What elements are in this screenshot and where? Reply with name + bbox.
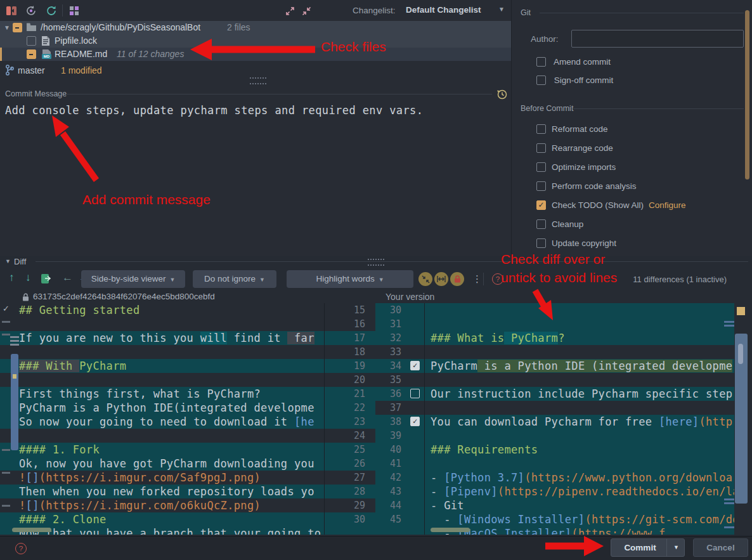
- changelist-dropdown[interactable]: Default Changelist: [406, 5, 481, 15]
- checkbox[interactable]: [536, 219, 546, 229]
- pycharm-commit-dialog: Changelist: Default Changelist ▼ ▼ /home…: [0, 0, 752, 560]
- file-checkbox[interactable]: [27, 36, 36, 46]
- diff-row: #### 1. Fork2540### Requirements: [0, 443, 752, 457]
- diff-row: Now that you have a branch that your goi…: [0, 526, 752, 535]
- stripe-marker: [737, 307, 745, 315]
- diff-body[interactable]: ## Getting started15301631If you are new…: [0, 303, 752, 536]
- section-divider: [66, 94, 492, 94]
- checkbox[interactable]: [536, 143, 546, 153]
- checkbox-label: Sign-off commit: [554, 75, 614, 85]
- tree-row-file[interactable]: Pipfile.lock: [0, 34, 511, 48]
- group-by-icon[interactable]: [68, 5, 80, 16]
- diff-row: 2035: [0, 373, 752, 387]
- before-commit-option[interactable]: Rearrange code: [536, 139, 686, 158]
- commit-button[interactable]: Commit ▼: [611, 538, 685, 557]
- checkbox[interactable]: [536, 238, 546, 248]
- tree-row-file-selected[interactable]: MD README.md 11 of 12 changes: [0, 48, 511, 61]
- diff-headers: 631735c2def4264b384f62076e4ec5bd800cebfd…: [0, 290, 752, 303]
- checkbox[interactable]: [536, 124, 546, 134]
- diff-row: So now your going to need to download it…: [0, 415, 752, 429]
- file-checkbox[interactable]: [27, 49, 36, 59]
- root-checkbox[interactable]: [13, 23, 22, 32]
- commit-icon[interactable]: [6, 5, 17, 16]
- checkbox-label: Reformat code: [552, 124, 608, 134]
- cancel-button[interactable]: Cancel: [693, 538, 748, 557]
- next-difference-icon[interactable]: ↓: [25, 271, 31, 284]
- branch-name[interactable]: master: [18, 65, 45, 75]
- before-commit-option[interactable]: Perform code analysis: [536, 177, 686, 196]
- splitter-grip[interactable]: [368, 259, 384, 266]
- disable-editing-icon[interactable]: [450, 272, 464, 286]
- checkbox[interactable]: [536, 75, 546, 85]
- amend-commit-option[interactable]: Amend commit: [536, 53, 611, 72]
- before-commit-option[interactable]: Update copyright: [536, 234, 686, 253]
- chevron-down-icon[interactable]: ▼: [498, 6, 505, 13]
- diff-row: #### 2. Clone3045 - [Windows Installer](…: [0, 512, 752, 526]
- chevron-down-icon: ▼: [259, 277, 265, 283]
- jump-to-source-icon[interactable]: [41, 273, 51, 284]
- lock-icon: [22, 293, 29, 301]
- diff-row: Then when you new forked repository load…: [0, 485, 752, 498]
- commit-message-input[interactable]: Add console steps, update pycharm steps …: [5, 104, 500, 117]
- signoff-commit-option[interactable]: Sign-off commit: [536, 71, 613, 90]
- whitespace-dropdown[interactable]: Do not ignore▼: [193, 270, 276, 288]
- chevron-down-icon[interactable]: ▼: [673, 539, 679, 556]
- before-commit-option[interactable]: Reformat code: [536, 120, 686, 139]
- diff-row: Ok, now you have got PyCharm downloading…: [0, 457, 752, 471]
- splitter-grip[interactable]: [250, 77, 266, 84]
- configure-link[interactable]: Configure: [649, 200, 686, 210]
- checkbox[interactable]: [536, 162, 546, 172]
- left-hscrollbar[interactable]: [12, 528, 51, 532]
- git-panel-title: Git: [521, 8, 531, 17]
- message-history-icon[interactable]: [496, 89, 507, 100]
- markdown-file-icon: MD: [42, 49, 51, 59]
- right-hscrollbar[interactable]: [431, 528, 470, 532]
- changelist-label: Changelist:: [353, 6, 396, 15]
- diff-line-checkbox[interactable]: ✓: [410, 361, 420, 370]
- before-commit-option[interactable]: ✓Check TODO (Show All)Configure: [536, 196, 686, 215]
- diff-row: If you are new to this you will find it …: [0, 331, 752, 345]
- git-options-panel: Git Author: Amend commit Sign-off commit…: [511, 0, 752, 256]
- right-pane-stripe: [734, 303, 752, 536]
- folder-icon: [27, 23, 36, 31]
- checkbox-label: Perform code analysis: [552, 181, 637, 191]
- before-commit-option[interactable]: Optimize imports: [536, 158, 686, 177]
- differences-count: 11 differences (1 inactive): [633, 275, 727, 284]
- checkbox-label: Rearrange code: [552, 143, 613, 153]
- modified-count[interactable]: 1 modified: [61, 65, 102, 75]
- file-name: README.md: [55, 48, 107, 61]
- expand-all-icon[interactable]: [285, 6, 295, 16]
- collapse-all-icon[interactable]: [302, 6, 311, 16]
- panel-scrollbar[interactable]: [745, 10, 749, 179]
- previous-file-icon[interactable]: ←: [62, 271, 73, 284]
- collapse-unchanged-icon[interactable]: [418, 272, 432, 286]
- author-input[interactable]: [571, 30, 744, 48]
- diff-panel: ▼ Diff ↑ ↓ ← → Side-by-side viewer▼ Do n…: [0, 256, 752, 536]
- checkbox-label: Cleanup: [552, 219, 583, 229]
- chevron-down-icon: ▼: [379, 277, 384, 283]
- refresh-icon[interactable]: [46, 5, 57, 16]
- file-meta: 11 of 12 changes: [117, 48, 184, 61]
- rollback-icon[interactable]: [25, 5, 37, 16]
- before-commit-option[interactable]: Cleanup: [536, 215, 686, 234]
- diff-line-checkbox[interactable]: ✓: [410, 417, 420, 426]
- checkbox[interactable]: ✓: [536, 200, 546, 210]
- chevron-down-icon[interactable]: ▼: [4, 21, 10, 34]
- checkbox[interactable]: [536, 57, 546, 67]
- synchronize-scrolling-icon[interactable]: [434, 272, 448, 286]
- tree-row-root[interactable]: ▼ /home/scragly/Github/PyDisSeasonalBot …: [0, 21, 511, 34]
- highlight-mode-dropdown[interactable]: Highlight words▼: [287, 270, 413, 288]
- diff-row: ![](https://i.imgur.com/Saf9pgJ.png)2742…: [0, 471, 752, 485]
- diff-row: 1631: [0, 317, 752, 331]
- previous-difference-icon[interactable]: ↑: [9, 271, 15, 284]
- more-options-icon[interactable]: ⋮: [472, 273, 482, 285]
- viewer-mode-dropdown[interactable]: Side-by-side viewer▼: [81, 270, 185, 288]
- commit-message-label: Commit Message: [5, 89, 67, 98]
- help-icon[interactable]: ?: [15, 543, 27, 554]
- diff-line-checkbox[interactable]: [410, 389, 420, 398]
- file-icon: [42, 36, 49, 46]
- toolbar-divider: [62, 4, 63, 16]
- collapse-section-icon[interactable]: ▼: [5, 258, 11, 264]
- checkbox-label: Update copyright: [552, 238, 616, 248]
- checkbox[interactable]: [536, 181, 546, 191]
